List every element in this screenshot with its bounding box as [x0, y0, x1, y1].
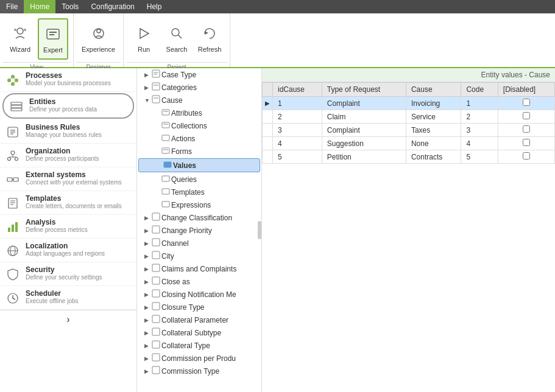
tree-item-commission-per-produ[interactable]: ▶ Commission per Produ — [137, 352, 261, 365]
col-header-idcause[interactable]: idCause — [273, 83, 322, 97]
cell-disabled[interactable] — [498, 124, 554, 137]
wizard-button[interactable]: Wizard — [5, 18, 35, 60]
svg-rect-65 — [162, 176, 169, 181]
sidebar-item-scheduler[interactable]: Scheduler Execute offline jobs — [0, 286, 136, 310]
svg-rect-62 — [162, 148, 169, 153]
tree-item-commission-type[interactable]: ▶ Commission Type — [137, 365, 261, 377]
content-header: Entity values - Cause — [262, 68, 555, 82]
case-type-expand[interactable]: ▶ — [144, 72, 152, 78]
business-rules-icon — [5, 124, 21, 140]
svg-point-2 — [24, 29, 26, 31]
closure-type-icon — [152, 302, 160, 312]
tree-item-forms[interactable]: Forms — [137, 145, 261, 158]
menu-home[interactable]: Home — [24, 0, 55, 13]
templates-icon — [5, 195, 21, 211]
categories-expand[interactable]: ▶ — [144, 85, 152, 91]
templates-text: Templates Create letters, documents or e… — [26, 194, 122, 209]
sidebar-more[interactable]: › — [0, 310, 136, 329]
svg-rect-72 — [152, 264, 160, 271]
tree-item-expressions[interactable]: Expressions — [137, 198, 261, 211]
tree-item-collections[interactable]: Collections — [137, 119, 261, 132]
tree-item-queries[interactable]: Queries — [137, 173, 261, 186]
tree-item-closure-type[interactable]: ▶ Closure Type — [137, 301, 261, 313]
tree-item-city[interactable]: ▶ City — [137, 250, 261, 262]
forms-icon — [161, 146, 170, 156]
svg-point-7 — [97, 29, 101, 33]
tree-item-values[interactable]: Values — [138, 158, 260, 172]
external-systems-subtitle: Connect with your external systems — [26, 179, 122, 186]
table-row[interactable]: 3ComplaintTaxes3 — [263, 124, 555, 137]
svg-rect-41 — [8, 228, 10, 232]
refresh-button[interactable]: Refresh — [194, 18, 225, 60]
col-header-cause[interactable]: Cause — [406, 83, 461, 97]
tree-item-collateral-parameter[interactable]: ▶ Collateral Parameter — [137, 313, 261, 326]
col-header-code[interactable]: Code — [461, 83, 498, 97]
cell-idcause: 5 — [273, 150, 322, 164]
disabled-checkbox[interactable] — [523, 152, 530, 159]
tree-item-closing-notification[interactable]: ▶ Closing Notification Me — [137, 288, 261, 301]
change-class-expand[interactable]: ▶ — [144, 215, 152, 221]
tree-item-close-as[interactable]: ▶ Close as — [137, 275, 261, 288]
tree-item-charge-priority[interactable]: ▶ Change Priority — [137, 224, 261, 237]
disabled-checkbox[interactable] — [523, 112, 530, 119]
tree-item-case-type[interactable]: ▶ Case Type — [137, 68, 261, 81]
cell-disabled[interactable] — [498, 150, 554, 164]
tree-item-actions[interactable]: Actions — [137, 132, 261, 145]
cell-cause: None — [406, 137, 461, 150]
tree-item-categories[interactable]: ▶ Categories — [137, 81, 261, 94]
tree-item-cause[interactable]: ▼ Cause — [137, 94, 261, 107]
sidebar-item-organization[interactable]: Organization Define process participants — [0, 144, 136, 167]
svg-rect-75 — [152, 303, 160, 310]
sidebar-item-external-systems[interactable]: External systems Connect with your exter… — [0, 167, 136, 191]
tree-panel: ▶ Case Type ▶ Categories ▼ Cause — [137, 68, 262, 392]
table-row[interactable]: 5PetitionContracts5 — [263, 150, 555, 164]
tree-item-attributes[interactable]: Attributes — [137, 107, 261, 119]
col-header-type-of-request[interactable]: Type of Request — [322, 83, 406, 97]
tree-item-change-classification[interactable]: ▶ Change Classification — [137, 211, 261, 224]
sidebar-item-entities[interactable]: Entities Define your process data — [2, 93, 134, 119]
svg-rect-59 — [162, 122, 169, 128]
cause-expand[interactable]: ▼ — [144, 97, 152, 103]
experience-button[interactable]: Experience — [79, 18, 118, 60]
svg-rect-4 — [49, 32, 57, 33]
sidebar-item-business-rules[interactable]: Business Rules Manage your business rule… — [0, 120, 136, 144]
row-selector: ▶ — [263, 97, 273, 110]
sidebar-item-processes[interactable]: Processes Model your business processes — [0, 68, 136, 92]
run-button[interactable]: Run — [129, 18, 159, 60]
cell-disabled[interactable] — [498, 97, 554, 110]
menu-tools[interactable]: Tools — [55, 0, 85, 13]
tree-item-channel[interactable]: ▶ Channel — [137, 237, 261, 250]
cell-disabled[interactable] — [498, 137, 554, 150]
col-header-disabled[interactable]: [Disabled] — [498, 83, 554, 97]
tree-item-templates-child[interactable]: Templates — [137, 186, 261, 198]
wizard-label: Wizard — [10, 46, 30, 53]
cell-code: 4 — [461, 137, 498, 150]
sidebar-item-localization[interactable]: Localization Adapt languages and regions — [0, 239, 136, 262]
table-row[interactable]: ▶1ComplaintInvoicing1 — [263, 97, 555, 110]
tree-item-collateral-subtype[interactable]: ▶ Collateral Subtype — [137, 326, 261, 339]
search-button[interactable]: Search — [161, 18, 192, 60]
tree-resize-handle[interactable] — [258, 221, 261, 239]
svg-rect-70 — [152, 239, 160, 246]
sidebar-item-analysis[interactable]: Analysis Define process metrics — [0, 215, 136, 239]
table-row[interactable]: 2ClaimService2 — [263, 110, 555, 124]
menu-configuration[interactable]: Configuration — [85, 0, 140, 13]
tree-item-claims[interactable]: ▶ Claims and Complaints — [137, 262, 261, 275]
menu-help[interactable]: Help — [141, 0, 168, 13]
external-systems-icon — [5, 172, 21, 187]
expert-button[interactable]: Expert — [38, 18, 68, 60]
closing-icon — [152, 289, 160, 299]
sidebar-item-templates[interactable]: Templates Create letters, documents or e… — [0, 191, 136, 215]
cell-disabled[interactable] — [498, 110, 554, 124]
entity-values-table: idCause Type of Request Cause Code [Disa… — [262, 82, 555, 164]
disabled-checkbox[interactable] — [523, 125, 530, 133]
sidebar-item-security[interactable]: Security Define your security settings — [0, 262, 136, 286]
tree-item-collateral-type[interactable]: ▶ Collateral Type — [137, 339, 261, 352]
row-selector — [263, 124, 273, 137]
scheduler-icon — [5, 290, 21, 306]
table-row[interactable]: 4SuggestionNone4 — [263, 137, 555, 150]
disabled-checkbox[interactable] — [523, 139, 530, 146]
menu-file[interactable]: File — [0, 0, 24, 13]
cell-type-of-request: Complaint — [322, 97, 406, 110]
disabled-checkbox[interactable] — [523, 99, 530, 106]
